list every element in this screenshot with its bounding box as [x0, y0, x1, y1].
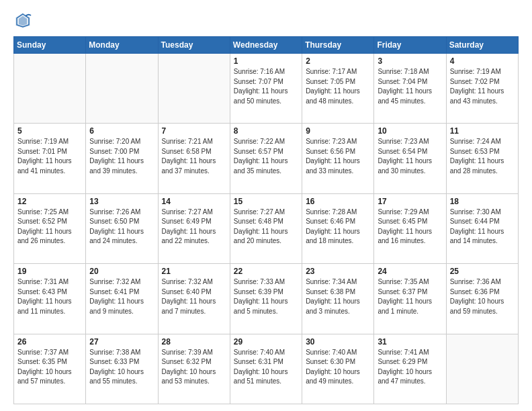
day-info: Sunrise: 7:38 AM Sunset: 6:33 PM Dayligh…	[89, 348, 154, 387]
calendar-cell: 9Sunrise: 7:23 AM Sunset: 6:56 PM Daylig…	[302, 124, 374, 193]
logo-icon	[13, 11, 32, 30]
day-number: 8	[234, 126, 298, 136]
day-number: 19	[17, 267, 82, 276]
calendar-cell: 22Sunrise: 7:33 AM Sunset: 6:39 PM Dayli…	[230, 264, 302, 334]
calendar-cell	[446, 334, 518, 404]
day-number: 22	[234, 267, 298, 276]
day-info: Sunrise: 7:37 AM Sunset: 6:35 PM Dayligh…	[17, 348, 82, 387]
day-number: 9	[306, 126, 370, 136]
calendar-cell: 10Sunrise: 7:23 AM Sunset: 6:54 PM Dayli…	[374, 124, 446, 193]
week-row-5: 26Sunrise: 7:37 AM Sunset: 6:35 PM Dayli…	[14, 334, 519, 404]
day-number: 26	[17, 337, 82, 347]
calendar-cell	[86, 54, 158, 124]
day-number: 10	[378, 126, 442, 136]
calendar-cell: 19Sunrise: 7:31 AM Sunset: 6:43 PM Dayli…	[14, 264, 86, 334]
day-info: Sunrise: 7:40 AM Sunset: 6:30 PM Dayligh…	[306, 348, 370, 387]
calendar-cell: 3Sunrise: 7:18 AM Sunset: 7:04 PM Daylig…	[374, 54, 446, 124]
calendar-cell: 17Sunrise: 7:29 AM Sunset: 6:45 PM Dayli…	[374, 193, 446, 263]
calendar-cell: 11Sunrise: 7:24 AM Sunset: 6:53 PM Dayli…	[446, 124, 518, 193]
day-info: Sunrise: 7:23 AM Sunset: 6:56 PM Dayligh…	[306, 137, 370, 176]
day-info: Sunrise: 7:31 AM Sunset: 6:43 PM Dayligh…	[17, 277, 82, 316]
calendar-cell: 18Sunrise: 7:30 AM Sunset: 6:44 PM Dayli…	[446, 193, 518, 263]
day-number: 15	[234, 197, 298, 206]
weekday-header-sunday: Sunday	[14, 37, 86, 54]
day-info: Sunrise: 7:28 AM Sunset: 6:46 PM Dayligh…	[306, 208, 370, 246]
day-info: Sunrise: 7:39 AM Sunset: 6:32 PM Dayligh…	[162, 348, 226, 387]
calendar-cell: 25Sunrise: 7:36 AM Sunset: 6:36 PM Dayli…	[446, 264, 518, 334]
calendar-cell: 24Sunrise: 7:35 AM Sunset: 6:37 PM Dayli…	[374, 264, 446, 334]
calendar-cell	[158, 54, 230, 124]
calendar-cell	[14, 54, 86, 124]
calendar-cell: 29Sunrise: 7:40 AM Sunset: 6:31 PM Dayli…	[230, 334, 302, 404]
day-info: Sunrise: 7:34 AM Sunset: 6:38 PM Dayligh…	[306, 277, 370, 316]
calendar-cell: 15Sunrise: 7:27 AM Sunset: 6:48 PM Dayli…	[230, 193, 302, 263]
day-number: 24	[378, 267, 442, 276]
day-info: Sunrise: 7:17 AM Sunset: 7:05 PM Dayligh…	[306, 67, 370, 106]
day-info: Sunrise: 7:40 AM Sunset: 6:31 PM Dayligh…	[234, 348, 298, 387]
calendar-cell: 23Sunrise: 7:34 AM Sunset: 6:38 PM Dayli…	[302, 264, 374, 334]
weekday-header-wednesday: Wednesday	[230, 37, 302, 54]
calendar-cell: 16Sunrise: 7:28 AM Sunset: 6:46 PM Dayli…	[302, 193, 374, 263]
day-number: 27	[89, 337, 154, 347]
day-info: Sunrise: 7:30 AM Sunset: 6:44 PM Dayligh…	[450, 208, 515, 246]
calendar-cell: 20Sunrise: 7:32 AM Sunset: 6:41 PM Dayli…	[86, 264, 158, 334]
calendar-cell: 26Sunrise: 7:37 AM Sunset: 6:35 PM Dayli…	[14, 334, 86, 404]
day-info: Sunrise: 7:27 AM Sunset: 6:49 PM Dayligh…	[162, 208, 226, 246]
day-info: Sunrise: 7:29 AM Sunset: 6:45 PM Dayligh…	[378, 208, 442, 246]
day-info: Sunrise: 7:36 AM Sunset: 6:36 PM Dayligh…	[450, 277, 515, 316]
day-info: Sunrise: 7:25 AM Sunset: 6:52 PM Dayligh…	[17, 208, 82, 246]
calendar-cell: 7Sunrise: 7:21 AM Sunset: 6:58 PM Daylig…	[158, 124, 230, 193]
day-info: Sunrise: 7:32 AM Sunset: 6:41 PM Dayligh…	[89, 277, 154, 316]
day-info: Sunrise: 7:41 AM Sunset: 6:29 PM Dayligh…	[378, 348, 442, 387]
day-info: Sunrise: 7:16 AM Sunset: 7:07 PM Dayligh…	[234, 67, 298, 106]
calendar-cell: 1Sunrise: 7:16 AM Sunset: 7:07 PM Daylig…	[230, 54, 302, 124]
day-number: 7	[162, 126, 226, 136]
day-number: 17	[378, 197, 442, 206]
day-number: 29	[234, 337, 298, 347]
weekday-header-saturday: Saturday	[446, 37, 518, 54]
weekday-header-monday: Monday	[86, 37, 158, 54]
day-info: Sunrise: 7:27 AM Sunset: 6:48 PM Dayligh…	[234, 208, 298, 246]
day-number: 23	[306, 267, 370, 276]
calendar-cell: 5Sunrise: 7:19 AM Sunset: 7:01 PM Daylig…	[14, 124, 86, 193]
week-row-2: 5Sunrise: 7:19 AM Sunset: 7:01 PM Daylig…	[14, 124, 519, 193]
calendar-cell: 14Sunrise: 7:27 AM Sunset: 6:49 PM Dayli…	[158, 193, 230, 263]
weekday-header-friday: Friday	[374, 37, 446, 54]
day-number: 28	[162, 337, 226, 347]
calendar-cell: 21Sunrise: 7:32 AM Sunset: 6:40 PM Dayli…	[158, 264, 230, 334]
day-number: 11	[450, 126, 515, 136]
week-row-4: 19Sunrise: 7:31 AM Sunset: 6:43 PM Dayli…	[14, 264, 519, 334]
day-info: Sunrise: 7:18 AM Sunset: 7:04 PM Dayligh…	[378, 67, 442, 106]
day-info: Sunrise: 7:20 AM Sunset: 7:00 PM Dayligh…	[89, 137, 154, 176]
day-info: Sunrise: 7:26 AM Sunset: 6:50 PM Dayligh…	[89, 208, 154, 246]
calendar-cell: 2Sunrise: 7:17 AM Sunset: 7:05 PM Daylig…	[302, 54, 374, 124]
day-number: 31	[378, 337, 442, 347]
day-info: Sunrise: 7:23 AM Sunset: 6:54 PM Dayligh…	[378, 137, 442, 176]
calendar-cell: 8Sunrise: 7:22 AM Sunset: 6:57 PM Daylig…	[230, 124, 302, 193]
calendar-cell: 13Sunrise: 7:26 AM Sunset: 6:50 PM Dayli…	[86, 193, 158, 263]
day-info: Sunrise: 7:19 AM Sunset: 7:01 PM Dayligh…	[17, 137, 82, 176]
day-number: 3	[378, 56, 442, 66]
page: SundayMondayTuesdayWednesdayThursdayFrid…	[0, 0, 532, 411]
day-number: 14	[162, 197, 226, 206]
day-number: 6	[89, 126, 154, 136]
day-number: 20	[89, 267, 154, 276]
day-info: Sunrise: 7:21 AM Sunset: 6:58 PM Dayligh…	[162, 137, 226, 176]
day-number: 12	[17, 197, 82, 206]
week-row-3: 12Sunrise: 7:25 AM Sunset: 6:52 PM Dayli…	[14, 193, 519, 263]
calendar-cell: 27Sunrise: 7:38 AM Sunset: 6:33 PM Dayli…	[86, 334, 158, 404]
weekday-header-row: SundayMondayTuesdayWednesdayThursdayFrid…	[14, 37, 519, 54]
day-number: 18	[450, 197, 515, 206]
day-number: 2	[306, 56, 370, 66]
day-info: Sunrise: 7:19 AM Sunset: 7:02 PM Dayligh…	[450, 67, 515, 106]
weekday-header-tuesday: Tuesday	[158, 37, 230, 54]
day-number: 16	[306, 197, 370, 206]
day-number: 4	[450, 56, 515, 66]
day-number: 21	[162, 267, 226, 276]
day-number: 1	[234, 56, 298, 66]
calendar-cell: 28Sunrise: 7:39 AM Sunset: 6:32 PM Dayli…	[158, 334, 230, 404]
day-info: Sunrise: 7:22 AM Sunset: 6:57 PM Dayligh…	[234, 137, 298, 176]
day-info: Sunrise: 7:24 AM Sunset: 6:53 PM Dayligh…	[450, 137, 515, 176]
calendar-cell: 31Sunrise: 7:41 AM Sunset: 6:29 PM Dayli…	[374, 334, 446, 404]
day-number: 13	[89, 197, 154, 206]
